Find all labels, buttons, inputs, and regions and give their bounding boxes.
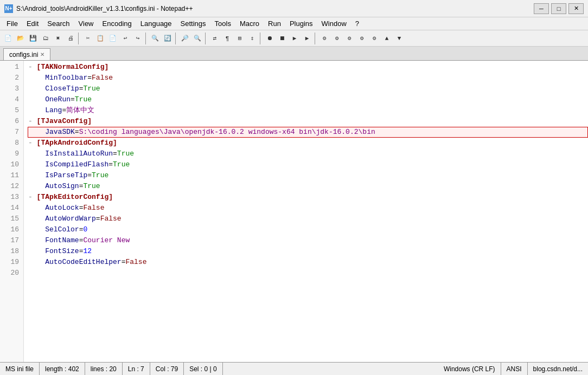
toolbar-redo[interactable]: ↪ — [132, 33, 144, 44]
status-sel: Sel : 0 | 0 — [184, 363, 222, 375]
editor-area[interactable]: 1234567891011121314151617181920 - [TAKNo… — [0, 61, 588, 362]
toolbar-paste[interactable]: 📄 — [107, 33, 119, 44]
toolbar-save[interactable]: 💾 — [27, 33, 39, 44]
key-value: 0 — [83, 224, 87, 235]
code-line-7: JavaSDK=S:\coding languages\Java\openjdk… — [28, 127, 588, 138]
code-line-8: - [TApkAndroidConfig] — [28, 138, 588, 148]
maximize-button[interactable]: □ — [551, 3, 566, 14]
code-line-19: AutoCodeEditHelper=False — [28, 257, 588, 268]
key-name: JavaSDK — [45, 127, 75, 138]
section-minus: - — [28, 138, 37, 148]
status-extra: blog.csdn.net/d... — [528, 363, 588, 375]
toolbar-copy[interactable]: 📋 — [94, 33, 106, 44]
toolbar-replace[interactable]: 🔄 — [162, 33, 174, 44]
line-number-12: 12 — [4, 181, 19, 192]
tab-configs-ini[interactable]: configs.ini ✕ — [3, 48, 50, 60]
status-col: Col : 79 — [150, 363, 184, 375]
code-content[interactable]: - [TAKNormalConfig] MinToolbar=False Clo… — [24, 61, 588, 362]
app-icon: N+ — [4, 4, 13, 13]
status-encoding: ANSI — [501, 363, 528, 375]
toolbar-open[interactable]: 📂 — [15, 33, 27, 44]
toolbar-macro-play[interactable]: ▶ — [289, 33, 301, 44]
toolbar-plugin-1[interactable]: ⚙ — [318, 33, 330, 44]
toolbar-zoom-in[interactable]: 🔎 — [179, 33, 191, 44]
toolbar-sep-6 — [315, 33, 317, 44]
menu-help[interactable]: ? — [351, 18, 363, 29]
tab-close-button[interactable]: ✕ — [40, 51, 44, 57]
line-number-1: 1 — [4, 62, 19, 73]
key-name: IsParseTip — [45, 170, 87, 181]
key-value: True — [75, 94, 92, 105]
toolbar-plugin-4[interactable]: ⚙ — [356, 33, 368, 44]
toolbar-word-wrap[interactable]: ⇄ — [209, 33, 221, 44]
menu-edit[interactable]: Edit — [22, 18, 43, 29]
menu-plugins[interactable]: Plugins — [285, 18, 317, 29]
menu-encoding[interactable]: Encoding — [98, 18, 136, 29]
toolbar-up[interactable]: ▲ — [381, 33, 393, 44]
code-line-14: AutoLock=False — [28, 203, 588, 214]
menu-window[interactable]: Window — [317, 18, 351, 29]
title-text: S:\Android_tools\AndroidKiller_v1.3.1\co… — [16, 5, 534, 12]
toolbar-down[interactable]: ▼ — [393, 33, 405, 44]
code-line-4: OneRun=True — [28, 94, 588, 105]
toolbar-close[interactable]: ✖ — [52, 33, 64, 44]
toolbar-sync-scroll[interactable]: ⇕ — [246, 33, 258, 44]
line-number-19: 19 — [4, 257, 19, 268]
status-length: length : 402 — [40, 363, 85, 375]
close-button[interactable]: ✕ — [568, 3, 584, 14]
menu-run[interactable]: Run — [264, 18, 285, 29]
code-line-6: - [TJavaConfig] — [28, 116, 588, 127]
line-number-6: 6 — [4, 116, 19, 127]
toolbar-plugin-3[interactable]: ⚙ — [343, 33, 355, 44]
code-line-1: - [TAKNormalConfig] — [28, 62, 588, 73]
key-value: False — [125, 257, 146, 268]
menu-macro[interactable]: Macro — [235, 18, 264, 29]
line-numbers: 1234567891011121314151617181920 — [0, 61, 24, 362]
key-value: 简体中文 — [66, 105, 94, 116]
code-line-5: Lang=简体中文 — [28, 105, 588, 116]
title-bar: N+ S:\Android_tools\AndroidKiller_v1.3.1… — [0, 0, 588, 17]
toolbar-plugin-5[interactable]: ⚙ — [368, 33, 380, 44]
menu-view[interactable]: View — [74, 18, 98, 29]
line-number-16: 16 — [4, 224, 19, 235]
menu-settings[interactable]: Settings — [176, 18, 210, 29]
code-line-3: CloseTip=True — [28, 83, 588, 94]
section-name: [TApkAndroidConfig] — [37, 138, 117, 148]
code-line-2: MinToolbar=False — [28, 73, 588, 83]
key-value: True — [83, 181, 100, 192]
menu-search[interactable]: Search — [43, 18, 74, 29]
toolbar-new[interactable]: 📄 — [2, 33, 14, 44]
line-number-11: 11 — [4, 170, 19, 181]
toolbar-undo[interactable]: ↩ — [119, 33, 131, 44]
toolbar-macro-stop[interactable]: ⏹ — [276, 33, 288, 44]
toolbar-plugin-2[interactable]: ⚙ — [331, 33, 343, 44]
toolbar-indent-guide[interactable]: ⊞ — [234, 33, 246, 44]
toolbar-print[interactable]: 🖨 — [65, 33, 76, 44]
code-line-13: - [TApkEditorConfig] — [28, 192, 588, 203]
status-position: Ln : 7 — [123, 363, 150, 375]
key-value: False — [92, 73, 113, 83]
toolbar-sep-1 — [78, 33, 80, 44]
toolbar-cut[interactable]: ✂ — [82, 33, 94, 44]
menu-tools[interactable]: Tools — [210, 18, 235, 29]
key-value: 12 — [83, 246, 92, 257]
toolbar-macro-record[interactable]: ⏺ — [264, 33, 276, 44]
toolbar-zoom-out[interactable]: 🔍 — [191, 33, 203, 44]
toolbar-find[interactable]: 🔍 — [149, 33, 161, 44]
key-name: IsInstallAutoRun — [45, 148, 113, 159]
line-number-20: 20 — [4, 268, 19, 279]
menu-bar: File Edit Search View Encoding Language … — [0, 17, 588, 30]
menu-language[interactable]: Language — [136, 18, 176, 29]
section-name: [TJavaConfig] — [37, 116, 92, 127]
toolbar-save-all[interactable]: 🗂 — [40, 33, 52, 44]
toolbar-all-chars[interactable]: ¶ — [221, 33, 233, 44]
section-minus: - — [28, 116, 37, 127]
code-line-16: SelColor=0 — [28, 224, 588, 235]
line-number-2: 2 — [4, 73, 19, 83]
menu-file[interactable]: File — [2, 18, 22, 29]
minimize-button[interactable]: ─ — [534, 3, 549, 14]
key-value: Courier New — [83, 235, 130, 246]
code-line-20 — [28, 268, 588, 279]
toolbar-run[interactable]: ▶ — [301, 33, 313, 44]
toolbar: 📄 📂 💾 🗂 ✖ 🖨 ✂ 📋 📄 ↩ ↪ 🔍 🔄 🔎 🔍 ⇄ ¶ ⊞ ⇕ ⏺ … — [0, 30, 588, 47]
